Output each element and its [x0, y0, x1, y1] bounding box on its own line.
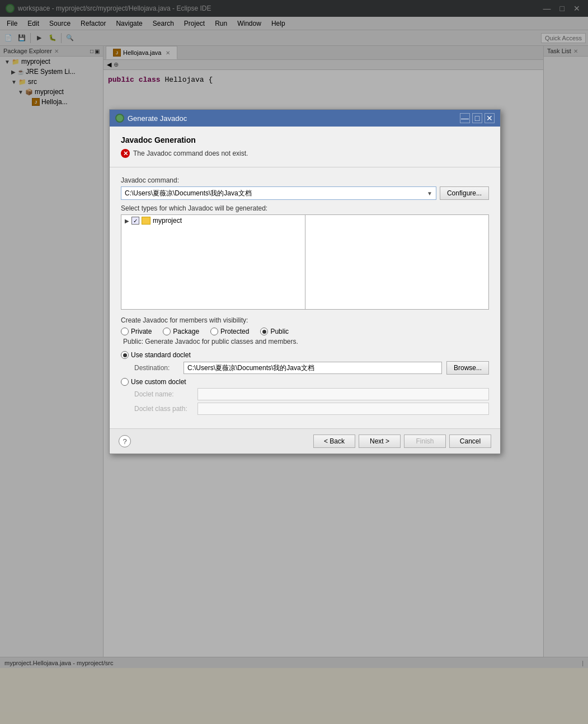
radio-circle-package[interactable]: [163, 328, 171, 335]
dialog-close-button[interactable]: ✕: [484, 113, 495, 123]
select-types-label: Select types for which Javadoc will be g…: [121, 204, 489, 212]
radio-protected-label: Protected: [220, 328, 249, 335]
doclet-class-path-row: Doclet class path:: [121, 403, 489, 415]
destination-row: Destination: Browse...: [121, 361, 489, 375]
custom-doclet-label: Use custom doclet: [131, 378, 186, 386]
doclet-class-path-input: [197, 403, 489, 415]
radio-protected[interactable]: Protected: [210, 328, 249, 335]
custom-doclet-radio[interactable]: Use custom doclet: [121, 378, 186, 386]
types-panels: ▶ ✓ myproject: [121, 214, 489, 310]
visibility-section: Create Javadoc for members with visibili…: [121, 316, 489, 345]
dialog-title: Generate Javadoc: [128, 114, 187, 123]
project-expand-arrow: ▶: [125, 218, 129, 224]
configure-button[interactable]: Configure...: [440, 186, 489, 200]
dialog-body: Javadoc Generation ✕ The Javadoc command…: [110, 127, 500, 428]
radio-circle-private[interactable]: [121, 328, 129, 335]
doclet-name-row: Doclet name:: [121, 388, 489, 400]
eclipse-background: workspace - myproject/src/myproject/Hell…: [0, 0, 588, 724]
types-right-panel[interactable]: [305, 214, 490, 310]
modal-overlay: Generate Javadoc — □ ✕ Javadoc Generatio…: [0, 0, 588, 724]
javadoc-command-value: C:\Users\夏薇凉\Documents\我的Java文档: [125, 189, 252, 198]
doclet-name-input: [197, 388, 489, 400]
standard-doclet-row: Use standard doclet: [121, 351, 489, 359]
standard-doclet-label: Use standard doclet: [131, 351, 191, 359]
radio-circle-protected[interactable]: [210, 328, 218, 335]
radio-public-label: Public: [270, 328, 289, 335]
project-tree-label: myproject: [153, 217, 182, 225]
select-types-row: Select types for which Javadoc will be g…: [121, 204, 489, 310]
javadoc-command-dropdown[interactable]: C:\Users\夏薇凉\Documents\我的Java文档 ▼: [121, 186, 436, 200]
error-message: The Javadoc command does not exist.: [133, 150, 248, 157]
doclet-name-label: Doclet name:: [134, 390, 193, 398]
javadoc-command-row: Javadoc command: C:\Users\夏薇凉\Documents\…: [121, 176, 489, 200]
dropdown-arrow-icon: ▼: [427, 190, 432, 197]
doclet-section: Use standard doclet Destination: Browse.…: [121, 351, 489, 415]
next-button[interactable]: Next >: [359, 435, 401, 448]
javadoc-command-input-row: C:\Users\夏薇凉\Documents\我的Java文档 ▼ Config…: [121, 186, 489, 200]
finish-button[interactable]: Finish: [404, 435, 446, 448]
destination-input[interactable]: [184, 362, 442, 374]
standard-doclet-radio-circle[interactable]: [121, 351, 129, 359]
radio-package[interactable]: Package: [163, 328, 199, 335]
standard-doclet-radio[interactable]: Use standard doclet: [121, 351, 191, 359]
project-tree-item[interactable]: ▶ ✓ myproject: [121, 215, 305, 226]
footer-buttons: < Back Next > Finish Cancel: [313, 435, 491, 448]
help-button[interactable]: ?: [119, 435, 131, 447]
generate-javadoc-dialog: Generate Javadoc — □ ✕ Javadoc Generatio…: [109, 109, 501, 454]
radio-circle-public[interactable]: [260, 328, 268, 335]
project-checkbox[interactable]: ✓: [131, 217, 139, 225]
dialog-minimize-button[interactable]: —: [460, 113, 470, 123]
destination-label: Destination:: [134, 364, 179, 372]
back-button[interactable]: < Back: [313, 435, 355, 448]
dialog-footer: ? < Back Next > Finish Cancel: [110, 428, 500, 454]
types-left-panel[interactable]: ▶ ✓ myproject: [121, 214, 305, 310]
dialog-eclipse-icon: [115, 114, 124, 123]
visibility-label: Create Javadoc for members with visibili…: [121, 316, 489, 324]
section-title: Javadoc Generation: [121, 136, 489, 144]
radio-public[interactable]: Public: [260, 328, 289, 335]
custom-doclet-row: Use custom doclet: [121, 378, 489, 386]
browse-button[interactable]: Browse...: [446, 361, 489, 375]
dialog-separator: [110, 167, 500, 167]
cancel-button[interactable]: Cancel: [449, 435, 491, 448]
project-folder-icon-tree: [142, 217, 150, 225]
error-icon: ✕: [121, 149, 130, 158]
dialog-titlebar-controls: — □ ✕: [460, 113, 495, 123]
radio-row: Private Package Protected Public: [121, 328, 489, 335]
custom-doclet-radio-circle[interactable]: [121, 378, 129, 386]
error-row: ✕ The Javadoc command does not exist.: [121, 149, 489, 158]
radio-private[interactable]: Private: [121, 328, 152, 335]
doclet-class-path-label: Doclet class path:: [134, 405, 193, 413]
radio-private-label: Private: [131, 328, 152, 335]
radio-package-label: Package: [173, 328, 199, 335]
dialog-titlebar: Generate Javadoc — □ ✕: [110, 110, 500, 127]
public-description: Public: Generate Javadoc for public clas…: [123, 338, 489, 345]
javadoc-command-label: Javadoc command:: [121, 176, 489, 184]
dialog-maximize-button[interactable]: □: [472, 113, 482, 123]
